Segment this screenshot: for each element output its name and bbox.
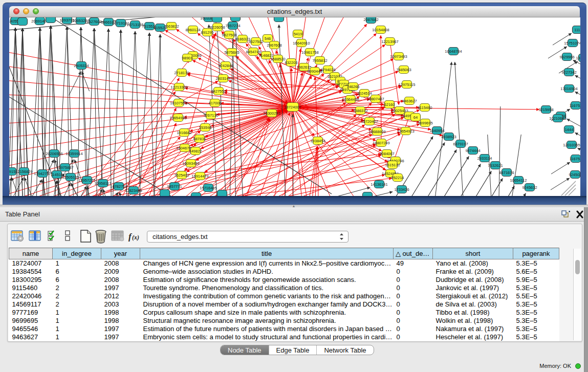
svg-text:2967608: 2967608 — [267, 43, 281, 48]
svg-text:2905334: 2905334 — [74, 63, 89, 68]
svg-text:9115460: 9115460 — [418, 105, 432, 110]
svg-text:(x): (x) — [132, 234, 139, 241]
svg-text:12359914: 12359914 — [66, 151, 82, 156]
svg-text:10973493: 10973493 — [390, 54, 407, 59]
svg-text:2718170: 2718170 — [174, 71, 189, 75]
svg-text:6379197: 6379197 — [453, 142, 468, 146]
svg-text:111: 111 — [574, 28, 580, 32]
svg-text:153594: 153594 — [199, 125, 211, 130]
svg-text:832203: 832203 — [285, 60, 297, 65]
svg-text:7955812: 7955812 — [312, 58, 327, 63]
svg-text:1733426: 1733426 — [394, 187, 409, 192]
svg-text:8990448: 8990448 — [307, 69, 322, 74]
svg-text:17957275: 17957275 — [78, 178, 95, 183]
svg-text:2087682: 2087682 — [363, 17, 378, 22]
svg-text:18724007: 18724007 — [284, 105, 301, 110]
svg-text:1938454: 1938454 — [310, 139, 325, 143]
svg-text:16914479: 16914479 — [191, 174, 208, 179]
svg-text:10807487: 10807487 — [367, 97, 384, 101]
svg-text:746266: 746266 — [346, 84, 359, 89]
svg-text:9329966: 9329966 — [559, 55, 574, 59]
svg-text:116753: 116753 — [570, 157, 580, 161]
svg-text:9227342: 9227342 — [561, 70, 576, 75]
svg-text:17016504: 17016504 — [560, 86, 577, 91]
svg-text:5419: 5419 — [294, 32, 302, 36]
svg-text:10688609: 10688609 — [368, 129, 385, 134]
svg-text:114519: 114519 — [51, 172, 63, 177]
svg-text:12010355: 12010355 — [563, 143, 580, 147]
svg-text:7386372: 7386372 — [353, 108, 367, 113]
svg-text:1916682: 1916682 — [177, 130, 191, 135]
svg-text:10154808: 10154808 — [372, 28, 389, 32]
svg-text:8226058: 8226058 — [210, 25, 225, 30]
svg-text:10210643: 10210643 — [549, 116, 566, 121]
svg-text:1369297: 1369297 — [576, 56, 580, 60]
svg-text:9327502: 9327502 — [248, 39, 263, 44]
svg-text:3024514: 3024514 — [357, 91, 372, 96]
svg-text:20206556: 20206556 — [46, 151, 62, 156]
svg-text:5875685: 5875685 — [224, 50, 239, 55]
svg-text:12505135: 12505135 — [62, 175, 79, 180]
svg-text:587831: 587831 — [193, 137, 206, 141]
svg-text:1444: 1444 — [565, 127, 574, 132]
svg-text:12156829: 12156829 — [15, 169, 32, 174]
svg-text:13975887: 13975887 — [56, 165, 73, 170]
svg-text:7632621: 7632621 — [488, 163, 503, 168]
svg-text:20364436: 20364436 — [342, 97, 359, 102]
svg-text:7485063: 7485063 — [396, 68, 411, 72]
svg-text:15751074: 15751074 — [564, 41, 580, 46]
svg-text:1615132: 1615132 — [385, 163, 400, 167]
svg-text:25300293: 25300293 — [263, 111, 280, 116]
svg-text:12823448: 12823448 — [125, 188, 142, 193]
svg-text:891295: 891295 — [201, 30, 213, 35]
svg-text:1527602: 1527602 — [86, 19, 101, 24]
svg-text:116753: 116753 — [570, 103, 580, 108]
svg-text:18807249: 18807249 — [373, 141, 389, 145]
svg-text:12213309: 12213309 — [170, 85, 187, 90]
svg-text:12213967: 12213967 — [381, 39, 398, 44]
svg-text:924502: 924502 — [569, 172, 580, 177]
svg-text:19654935: 19654935 — [169, 116, 186, 120]
svg-text:252214: 252214 — [391, 176, 404, 180]
svg-text:9245632: 9245632 — [522, 185, 537, 190]
svg-text:8427552: 8427552 — [211, 89, 226, 94]
svg-text:10961758: 10961758 — [301, 50, 318, 55]
svg-text:12975115: 12975115 — [399, 82, 416, 87]
svg-text:15716485: 15716485 — [200, 186, 216, 190]
svg-text:1588520: 1588520 — [270, 57, 285, 61]
svg-text:9699695: 9699695 — [418, 121, 432, 125]
svg-text:16093459: 16093459 — [182, 161, 199, 166]
svg-text:546: 546 — [265, 36, 271, 41]
svg-text:2803144: 2803144 — [215, 76, 230, 81]
svg-text:8186323: 8186323 — [235, 37, 250, 41]
svg-text:16713155: 16713155 — [126, 23, 143, 27]
svg-text:64: 64 — [413, 115, 418, 120]
svg-text:417006: 417006 — [208, 101, 221, 105]
svg-text:15720407: 15720407 — [361, 119, 378, 124]
svg-text:9457771: 9457771 — [167, 184, 182, 189]
svg-text:1640954: 1640954 — [429, 128, 444, 133]
svg-text:9084067: 9084067 — [379, 151, 394, 156]
svg-text:9474444: 9474444 — [465, 148, 480, 153]
svg-text:10958117: 10958117 — [95, 181, 112, 186]
svg-text:9463627: 9463627 — [402, 99, 417, 103]
svg-text:9827508: 9827508 — [222, 33, 236, 37]
svg-text:9242848: 9242848 — [218, 63, 233, 68]
svg-text:16640910: 16640910 — [293, 41, 310, 46]
svg-text:8471676: 8471676 — [499, 170, 514, 175]
svg-text:16648784: 16648784 — [445, 49, 462, 54]
svg-text:19654923: 19654923 — [397, 129, 414, 134]
svg-text:7357274: 7357274 — [225, 24, 240, 28]
svg-text:149822: 149822 — [189, 149, 202, 154]
svg-text:62160: 62160 — [384, 102, 395, 107]
svg-text:3915: 3915 — [9, 169, 15, 174]
svg-text:17942737: 17942737 — [34, 171, 51, 176]
svg-text:7625402: 7625402 — [174, 173, 189, 178]
svg-text:8938923: 8938923 — [441, 135, 456, 139]
svg-text:18107552: 18107552 — [170, 101, 187, 105]
svg-text:98901: 98901 — [182, 56, 193, 60]
svg-text:10654112: 10654112 — [510, 178, 527, 183]
svg-text:14136141: 14136141 — [371, 182, 387, 187]
svg-text:515521: 515521 — [154, 26, 166, 30]
svg-text:3215958: 3215958 — [538, 107, 553, 112]
